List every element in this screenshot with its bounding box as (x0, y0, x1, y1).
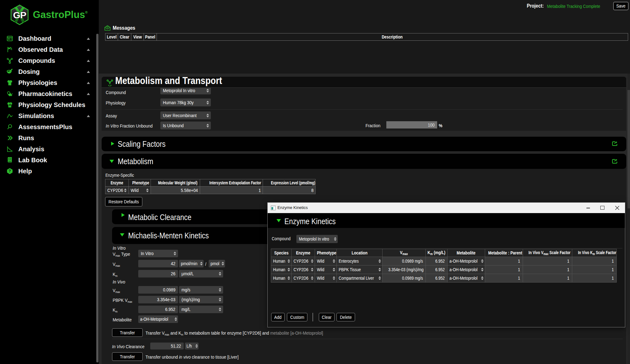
svg-text:?: ? (9, 169, 11, 173)
svg-text:GP: GP (13, 10, 26, 20)
